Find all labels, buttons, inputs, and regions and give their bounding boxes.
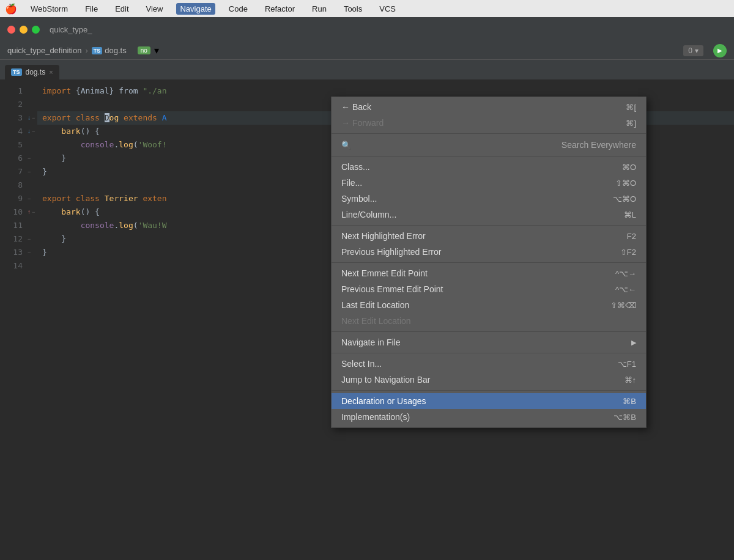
fold-button-13[interactable]: −	[28, 246, 31, 259]
breadcrumb-filename: dog.ts	[105, 46, 126, 55]
nav-section-class-file: Class... ⌘O File... ⇧⌘O Symbol... ⌥⌘O Li…	[332, 157, 646, 226]
fold-button-12[interactable]: −	[28, 232, 31, 246]
tab-label: dog.ts	[26, 68, 46, 76]
nav-section-select: Select In... ⌥F1 Jump to Navigation Bar …	[332, 353, 646, 391]
menu-item-prev-error[interactable]: Previous Highlighted Error ⇧F2	[332, 244, 646, 260]
breadcrumb-separator: ›	[85, 46, 87, 55]
menu-run[interactable]: Run	[308, 3, 330, 15]
gutter-arrow-10[interactable]: ↑	[28, 205, 31, 219]
nav-section-errors: Next Highlighted Error F2 Previous Highl…	[332, 226, 646, 263]
ts-icon: TS	[92, 47, 103, 54]
breadcrumb-file[interactable]: TS dog.ts	[92, 46, 127, 55]
menu-item-last-edit[interactable]: Last Edit Location ⇧⌘⌫	[332, 297, 646, 313]
menu-vcs[interactable]: VCS	[376, 3, 399, 15]
apple-logo-icon[interactable]: 🍎	[5, 3, 17, 15]
menu-item-implementation[interactable]: Implementation(s) ⌥⌘B	[332, 409, 646, 425]
breadcrumb-bar: quick_type_definition › TS dog.ts no ▾ 0…	[0, 42, 734, 60]
gutter: ↓ − ↓ − − − − ↑ − − −	[28, 79, 37, 560]
menu-webstorm[interactable]: WebStorm	[27, 3, 72, 15]
menu-edit[interactable]: Edit	[111, 3, 132, 15]
nav-section-back-forward: ← Back ⌘[ → Forward ⌘]	[332, 97, 646, 134]
menu-item-select-in[interactable]: Select In... ⌥F1	[332, 356, 646, 372]
menu-item-symbol[interactable]: Symbol... ⌥⌘O	[332, 191, 646, 207]
gutter-arrow-3[interactable]: ↓	[28, 111, 31, 125]
menu-refactor[interactable]: Refactor	[261, 3, 298, 15]
menu-item-line-column[interactable]: Line/Column... ⌘L	[332, 207, 646, 223]
menu-item-search-everywhere[interactable]: 🔍 Search Everywhere	[332, 136, 646, 153]
title-bar: quick_type_	[0, 17, 734, 42]
menu-item-declaration[interactable]: Declaration or Usages ⌘B	[332, 393, 646, 409]
menu-item-forward: → Forward ⌘]	[332, 115, 646, 131]
menu-item-next-edit: Next Edit Location	[332, 313, 646, 329]
menu-file[interactable]: File	[81, 3, 102, 15]
line-numbers: 1 2 3 4 5 6 7 8 9 10 11 12 13 14	[0, 79, 28, 560]
gutter-arrow-4[interactable]: ↓	[28, 125, 31, 138]
menu-view[interactable]: View	[143, 3, 167, 15]
menu-navigate[interactable]: Navigate	[176, 3, 215, 15]
menu-item-navigate-in-file[interactable]: Navigate in File ▶	[332, 334, 646, 350]
minimize-window-button[interactable]	[20, 26, 28, 34]
menu-item-next-emmet[interactable]: Next Emmet Edit Point ^⌥→	[332, 265, 646, 281]
run-config-arrow-icon: ▾	[695, 46, 699, 55]
code-line-1: import {Animal} from "./an	[37, 84, 734, 98]
search-everywhere-label: Search Everywhere	[562, 140, 636, 150]
dropdown-arrow-icon[interactable]: ▾	[154, 45, 159, 56]
menu-item-back[interactable]: ← Back ⌘[	[332, 99, 646, 115]
nav-section-navigate-file: Navigate in File ▶	[332, 332, 646, 353]
tab-dog-ts[interactable]: TS dog.ts ×	[5, 65, 59, 79]
fold-button-10[interactable]: −	[32, 205, 35, 219]
search-everywhere-icon: 🔍	[341, 141, 351, 150]
tab-ts-icon: TS	[11, 68, 22, 76]
breadcrumb-project[interactable]: quick_type_definition	[7, 46, 81, 55]
submenu-arrow-icon: ▶	[631, 339, 636, 347]
navigate-dropdown-menu[interactable]: ← Back ⌘[ → Forward ⌘] 🔍 Search Everywhe…	[331, 97, 647, 428]
nav-section-declaration: Declaration or Usages ⌘B Implementation(…	[332, 391, 646, 427]
node-badge[interactable]: no	[138, 46, 150, 54]
menu-item-jump-nav-bar[interactable]: Jump to Navigation Bar ⌘↑	[332, 372, 646, 388]
menu-item-class[interactable]: Class... ⌘O	[332, 159, 646, 175]
nav-section-search: 🔍 Search Everywhere	[332, 134, 646, 157]
fold-button-4[interactable]: −	[32, 125, 35, 138]
maximize-window-button[interactable]	[32, 26, 40, 34]
menu-item-file[interactable]: File... ⇧⌘O	[332, 175, 646, 191]
close-window-button[interactable]	[7, 26, 15, 34]
editor-area: 1 2 3 4 5 6 7 8 9 10 11 12 13 14 ↓ − ↓ −…	[0, 79, 734, 560]
window-title: quick_type_	[50, 25, 92, 34]
tab-close-button[interactable]: ×	[49, 68, 53, 76]
nav-section-emmet: Next Emmet Edit Point ^⌥→ Previous Emmet…	[332, 263, 646, 332]
menu-tools[interactable]: Tools	[340, 3, 366, 15]
fold-button-9[interactable]: −	[28, 192, 31, 205]
menu-item-next-error[interactable]: Next Highlighted Error F2	[332, 228, 646, 244]
menu-code[interactable]: Code	[225, 3, 251, 15]
menu-bar: 🍎 WebStorm File Edit View Navigate Code …	[0, 0, 734, 17]
traffic-lights	[7, 26, 40, 34]
tab-bar: TS dog.ts ×	[0, 60, 734, 79]
fold-button-3[interactable]: −	[32, 111, 35, 125]
run-button[interactable]: ▶	[713, 44, 727, 57]
menu-item-prev-emmet[interactable]: Previous Emmet Edit Point ^⌥←	[332, 281, 646, 297]
run-config-label: 0	[688, 46, 692, 55]
fold-button-6[interactable]: −	[28, 152, 31, 165]
fold-button-7[interactable]: −	[28, 165, 31, 179]
